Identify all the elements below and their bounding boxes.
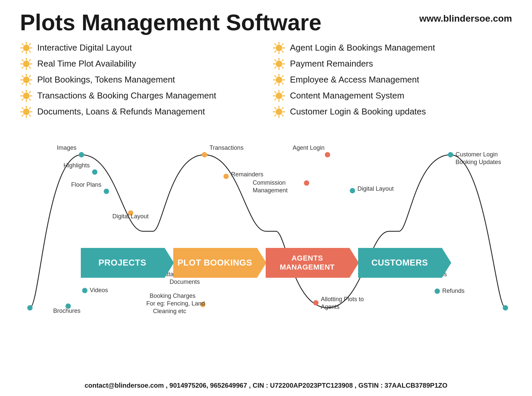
svg-line-24 — [29, 67, 31, 68]
svg-text:Transactions: Transactions — [209, 144, 243, 151]
svg-text:Customer Login: Customer Login — [456, 151, 498, 158]
svg-line-44 — [22, 83, 23, 84]
svg-line-5 — [22, 44, 23, 45]
svg-line-79 — [29, 107, 31, 109]
svg-point-134 — [503, 305, 508, 310]
feature-item-3: Plot Bookings, Tokens Management — [20, 74, 259, 86]
svg-line-53 — [275, 83, 276, 84]
svg-point-92 — [92, 169, 97, 175]
svg-line-25 — [29, 60, 31, 61]
page-title: Plots Management Software — [20, 10, 322, 35]
svg-line-33 — [282, 67, 283, 68]
feature-item-4: Transactions & Booking Charges Managemen… — [20, 90, 259, 102]
svg-line-59 — [22, 92, 23, 93]
svg-line-35 — [275, 67, 276, 68]
svg-line-6 — [29, 51, 31, 52]
sun-icon-3 — [20, 74, 33, 86]
page-container: Plots Management Software www.blindersoe… — [0, 0, 532, 396]
svg-point-127 — [313, 300, 319, 305]
svg-line-80 — [22, 115, 23, 116]
svg-point-72 — [23, 108, 30, 115]
svg-line-50 — [275, 76, 276, 77]
feature-item-8: Employee & Access Management — [273, 74, 512, 86]
svg-text:Booking Charges: Booking Charges — [150, 293, 196, 299]
website-url: www.blindersoe.com — [419, 10, 512, 24]
svg-text:Booking Updates: Booking Updates — [456, 159, 501, 165]
svg-line-68 — [275, 92, 276, 93]
footer: contact@blindersoe.com , 9014975206, 965… — [0, 382, 532, 389]
svg-line-8 — [22, 51, 23, 52]
svg-text:Commission: Commission — [253, 179, 286, 186]
svg-line-23 — [22, 60, 23, 61]
svg-point-102 — [325, 152, 330, 157]
svg-point-9 — [276, 45, 282, 51]
feature-item-7: Payment Remainders — [273, 58, 512, 70]
svg-point-98 — [202, 152, 207, 157]
feature-label-3: Plot Bookings, Tokens Management — [37, 74, 175, 86]
sun-icon-2 — [20, 58, 33, 70]
svg-line-70 — [282, 92, 283, 93]
footer-text: contact@blindersoe.com , 9014975206, 965… — [84, 382, 447, 389]
svg-point-100 — [223, 174, 229, 179]
svg-point-27 — [276, 61, 282, 67]
svg-point-36 — [23, 77, 30, 83]
svg-line-43 — [29, 76, 31, 77]
svg-line-51 — [282, 83, 283, 84]
svg-line-88 — [282, 107, 283, 109]
banner-agents: Agents Management — [266, 248, 359, 278]
svg-line-34 — [282, 60, 283, 61]
svg-text:Allotting Plots to: Allotting Plots to — [321, 296, 364, 302]
svg-text:Remainders: Remainders — [231, 171, 263, 178]
svg-text:For eg: Fencing, Land: For eg: Fencing, Land — [146, 300, 205, 307]
svg-text:Agent Login: Agent Login — [293, 144, 325, 151]
svg-text:Management: Management — [253, 187, 288, 194]
svg-point-135 — [27, 305, 33, 310]
feature-label-2: Real Time Plot Availability — [37, 58, 136, 70]
sun-icon-10 — [273, 105, 285, 118]
banner-projects-label: PROJECTS — [98, 258, 146, 268]
sun-icon-4 — [20, 90, 33, 102]
svg-line-60 — [29, 99, 31, 100]
svg-point-94 — [104, 189, 109, 194]
svg-text:Cleaning etc: Cleaning etc — [153, 308, 186, 314]
feature-label-10: Customer Login & Booking updates — [290, 106, 426, 117]
svg-text:Digital Layout: Digital Layout — [112, 213, 149, 220]
svg-text:Brochures: Brochures — [53, 307, 80, 314]
svg-line-16 — [282, 44, 283, 45]
feature-label-4: Transactions & Booking Charges Managemen… — [37, 90, 216, 101]
diagram-svg: Images Highlights Floor Plans Digital La… — [20, 128, 512, 334]
svg-point-63 — [276, 93, 282, 99]
svg-point-107 — [350, 188, 355, 193]
svg-text:Digital Layout: Digital Layout — [357, 185, 394, 192]
svg-point-90 — [79, 152, 84, 157]
svg-text:Highlights: Highlights — [64, 162, 90, 169]
feature-label-8: Employee & Access Management — [290, 74, 419, 86]
svg-line-14 — [275, 44, 276, 45]
svg-point-45 — [276, 77, 282, 83]
svg-line-42 — [29, 83, 31, 84]
svg-line-86 — [275, 107, 276, 109]
svg-point-109 — [448, 152, 453, 157]
svg-point-81 — [276, 108, 282, 115]
feature-label-7: Payment Remainders — [290, 58, 373, 70]
features-grid: Interactive Digital Layout Agent Login &… — [20, 42, 512, 118]
sun-icon-7 — [273, 58, 285, 70]
svg-point-54 — [23, 93, 30, 99]
svg-text:Videos: Videos — [90, 287, 108, 294]
banners-row: PROJECTS Plot Bookings Agents Management… — [20, 248, 512, 278]
svg-line-71 — [275, 99, 276, 100]
banner-agents-label: Agents Management — [280, 254, 334, 272]
sun-icon-5 — [20, 105, 33, 118]
svg-line-69 — [282, 99, 283, 100]
banner-customers-label: Customers — [371, 258, 428, 268]
diagram-section: Images Highlights Floor Plans Digital La… — [20, 128, 512, 334]
feature-item-10: Customer Login & Booking updates — [273, 105, 512, 118]
feature-label-1: Interactive Digital Layout — [37, 42, 132, 54]
svg-line-89 — [275, 115, 276, 116]
svg-point-18 — [23, 61, 30, 67]
svg-text:Refunds: Refunds — [442, 288, 465, 294]
svg-line-77 — [22, 107, 23, 109]
svg-line-15 — [282, 51, 283, 52]
svg-line-62 — [22, 99, 23, 100]
svg-line-87 — [282, 115, 283, 116]
